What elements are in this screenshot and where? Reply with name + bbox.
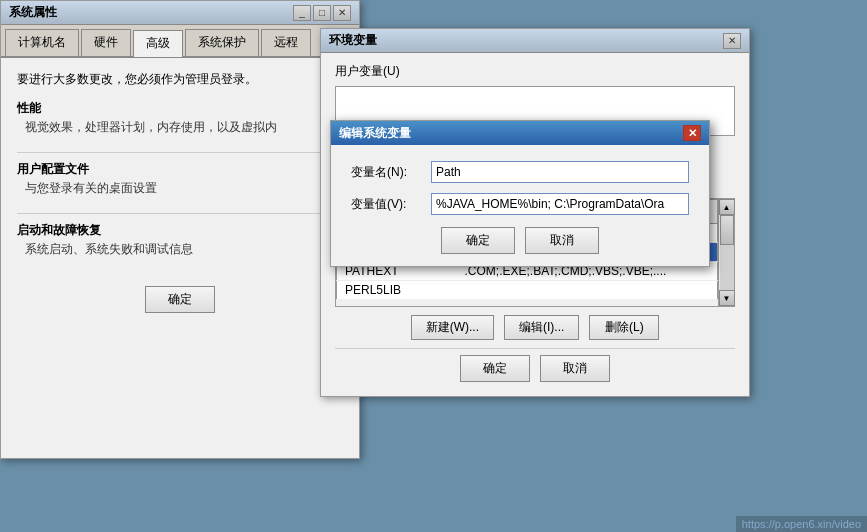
env-cancel-btn[interactable]: 取消 bbox=[540, 355, 610, 382]
section-user-profile: 用户配置文件 与您登录有关的桌面设置 bbox=[17, 161, 343, 197]
var-val-perl bbox=[457, 281, 718, 300]
edit-content: 变量名(N): 变量值(V): 确定 取消 bbox=[331, 145, 709, 266]
sys-vars-btns: 新建(W)... 编辑(I)... 删除(L) bbox=[335, 315, 735, 340]
url-bar: https://p.open6.xin/video bbox=[736, 516, 867, 532]
env-controls: ✕ bbox=[723, 33, 741, 49]
sys-props-controls: _ □ ✕ bbox=[293, 5, 351, 21]
edit-dialog: 编辑系统变量 ✕ 变量名(N): 变量值(V): 确定 取消 bbox=[330, 120, 710, 267]
sys-vars-scrollbar[interactable]: ▲ ▼ bbox=[718, 199, 734, 306]
tab-hardware[interactable]: 硬件 bbox=[81, 29, 131, 56]
tab-advanced[interactable]: 高级 bbox=[133, 30, 183, 57]
perf-desc: 视觉效果，处理器计划，内存使用，以及虚拟内 bbox=[25, 119, 343, 136]
var-name-row: 变量名(N): bbox=[351, 161, 689, 183]
tab-remote[interactable]: 远程 bbox=[261, 29, 311, 56]
edit-cancel-btn[interactable]: 取消 bbox=[525, 227, 599, 254]
scroll-up-arrow[interactable]: ▲ bbox=[719, 199, 735, 215]
env-close-btn[interactable]: ✕ bbox=[723, 33, 741, 49]
divider-2 bbox=[17, 213, 343, 214]
table-row[interactable]: PERL5LIB bbox=[337, 281, 718, 300]
sys-props-title-bar: 系统属性 _ □ ✕ bbox=[1, 1, 359, 25]
sys-props-title: 系统属性 bbox=[9, 4, 57, 21]
edit-title: 编辑系统变量 bbox=[339, 125, 411, 142]
sys-edit-btn[interactable]: 编辑(I)... bbox=[504, 315, 579, 340]
section-performance: 性能 视觉效果，处理器计划，内存使用，以及虚拟内 bbox=[17, 100, 343, 136]
var-value-label: 变量值(V): bbox=[351, 196, 431, 213]
var-name-perl: PERL5LIB bbox=[337, 281, 457, 300]
profile-desc: 与您登录有关的桌面设置 bbox=[25, 180, 343, 197]
sys-props-tabs: 计算机名 硬件 高级 系统保护 远程 bbox=[1, 25, 359, 58]
scroll-thumb[interactable] bbox=[720, 215, 734, 245]
env-title: 环境变量 bbox=[329, 32, 377, 49]
startup-title: 启动和故障恢复 bbox=[17, 222, 343, 239]
perf-title: 性能 bbox=[17, 100, 343, 117]
user-vars-label: 用户变量(U) bbox=[335, 63, 735, 80]
sys-props-window: 系统属性 _ □ ✕ 计算机名 硬件 高级 系统保护 远程 要进行大多数更改，您… bbox=[0, 0, 360, 459]
sys-props-maximize-btn[interactable]: □ bbox=[313, 5, 331, 21]
var-value-row: 变量值(V): bbox=[351, 193, 689, 215]
profile-title: 用户配置文件 bbox=[17, 161, 343, 178]
var-name-input[interactable] bbox=[431, 161, 689, 183]
scroll-down-arrow[interactable]: ▼ bbox=[719, 290, 735, 306]
edit-close-btn[interactable]: ✕ bbox=[683, 125, 701, 141]
sys-props-minimize-btn[interactable]: _ bbox=[293, 5, 311, 21]
sys-props-content: 要进行大多数更改，您必须作为管理员登录。 性能 视觉效果，处理器计划，内存使用，… bbox=[1, 58, 359, 458]
env-bottom-btns: 确定 取消 bbox=[335, 348, 735, 386]
env-title-bar: 环境变量 ✕ bbox=[321, 29, 749, 53]
sys-props-close-btn[interactable]: ✕ bbox=[333, 5, 351, 21]
sys-confirm-btn[interactable]: 确定 bbox=[145, 286, 215, 313]
tab-computer-name[interactable]: 计算机名 bbox=[5, 29, 79, 56]
sys-delete-btn[interactable]: 删除(L) bbox=[589, 315, 659, 340]
var-name-label: 变量名(N): bbox=[351, 164, 431, 181]
divider-1 bbox=[17, 152, 343, 153]
sys-intro-text: 要进行大多数更改，您必须作为管理员登录。 bbox=[17, 70, 343, 88]
edit-btn-row: 确定 取消 bbox=[351, 227, 689, 254]
startup-desc: 系统启动、系统失败和调试信息 bbox=[25, 241, 343, 258]
env-confirm-btn[interactable]: 确定 bbox=[460, 355, 530, 382]
sys-new-btn[interactable]: 新建(W)... bbox=[411, 315, 494, 340]
edit-confirm-btn[interactable]: 确定 bbox=[441, 227, 515, 254]
scroll-track bbox=[720, 215, 734, 290]
var-value-input[interactable] bbox=[431, 193, 689, 215]
edit-title-bar: 编辑系统变量 ✕ bbox=[331, 121, 709, 145]
section-startup: 启动和故障恢复 系统启动、系统失败和调试信息 bbox=[17, 222, 343, 258]
tab-system-protect[interactable]: 系统保护 bbox=[185, 29, 259, 56]
sys-bottom-btns: 确定 bbox=[17, 274, 343, 321]
